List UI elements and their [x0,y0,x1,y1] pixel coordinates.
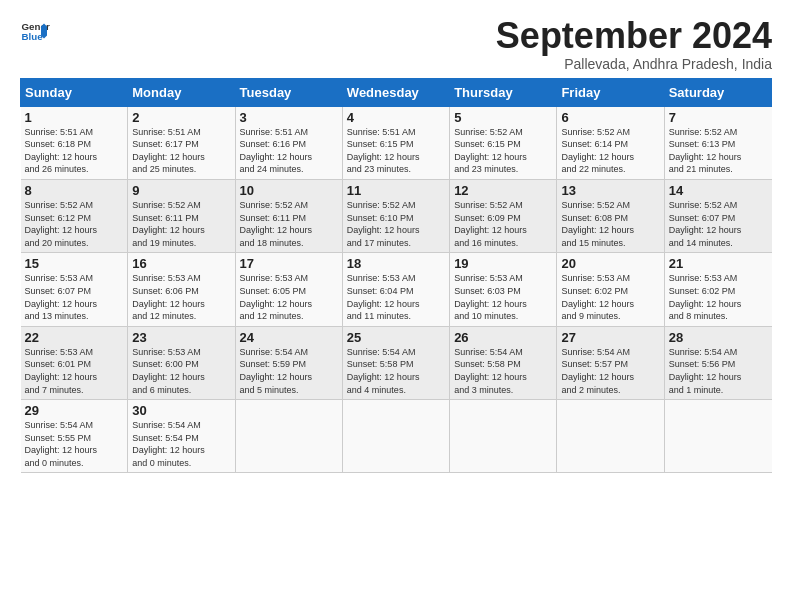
day-number: 29 [25,403,124,418]
day-number: 3 [240,110,338,125]
table-row: 29Sunrise: 5:54 AM Sunset: 5:55 PM Dayli… [21,400,772,473]
day-info: Sunrise: 5:52 AM Sunset: 6:14 PM Dayligh… [561,126,659,176]
day-number: 19 [454,256,552,271]
day-number: 18 [347,256,445,271]
col-saturday: Saturday [664,78,771,106]
day-info: Sunrise: 5:53 AM Sunset: 6:05 PM Dayligh… [240,272,338,322]
day-info: Sunrise: 5:51 AM Sunset: 6:15 PM Dayligh… [347,126,445,176]
table-cell: 27Sunrise: 5:54 AM Sunset: 5:57 PM Dayli… [557,326,664,399]
table-cell: 5Sunrise: 5:52 AM Sunset: 6:15 PM Daylig… [450,106,557,179]
logo-icon: General Blue [20,16,50,46]
table-cell: 29Sunrise: 5:54 AM Sunset: 5:55 PM Dayli… [21,400,128,473]
col-sunday: Sunday [21,78,128,106]
day-info: Sunrise: 5:54 AM Sunset: 5:57 PM Dayligh… [561,346,659,396]
table-cell: 1Sunrise: 5:51 AM Sunset: 6:18 PM Daylig… [21,106,128,179]
table-cell: 16Sunrise: 5:53 AM Sunset: 6:06 PM Dayli… [128,253,235,326]
day-number: 30 [132,403,230,418]
day-number: 12 [454,183,552,198]
day-number: 25 [347,330,445,345]
table-cell: 17Sunrise: 5:53 AM Sunset: 6:05 PM Dayli… [235,253,342,326]
table-cell: 14Sunrise: 5:52 AM Sunset: 6:07 PM Dayli… [664,179,771,252]
day-info: Sunrise: 5:54 AM Sunset: 5:58 PM Dayligh… [454,346,552,396]
day-number: 20 [561,256,659,271]
col-thursday: Thursday [450,78,557,106]
day-info: Sunrise: 5:52 AM Sunset: 6:13 PM Dayligh… [669,126,768,176]
day-info: Sunrise: 5:54 AM Sunset: 5:55 PM Dayligh… [25,419,124,469]
table-cell: 4Sunrise: 5:51 AM Sunset: 6:15 PM Daylig… [342,106,449,179]
table-cell [450,400,557,473]
table-cell [235,400,342,473]
day-info: Sunrise: 5:53 AM Sunset: 6:03 PM Dayligh… [454,272,552,322]
day-number: 5 [454,110,552,125]
page: General Blue September 2024 Pallevada, A… [0,0,792,483]
day-info: Sunrise: 5:53 AM Sunset: 6:04 PM Dayligh… [347,272,445,322]
table-row: 1Sunrise: 5:51 AM Sunset: 6:18 PM Daylig… [21,106,772,179]
table-cell: 7Sunrise: 5:52 AM Sunset: 6:13 PM Daylig… [664,106,771,179]
day-number: 4 [347,110,445,125]
table-cell [664,400,771,473]
day-number: 15 [25,256,124,271]
day-number: 17 [240,256,338,271]
day-info: Sunrise: 5:51 AM Sunset: 6:17 PM Dayligh… [132,126,230,176]
table-cell: 10Sunrise: 5:52 AM Sunset: 6:11 PM Dayli… [235,179,342,252]
day-info: Sunrise: 5:52 AM Sunset: 6:07 PM Dayligh… [669,199,768,249]
col-tuesday: Tuesday [235,78,342,106]
day-info: Sunrise: 5:54 AM Sunset: 5:58 PM Dayligh… [347,346,445,396]
day-number: 14 [669,183,768,198]
table-cell: 11Sunrise: 5:52 AM Sunset: 6:10 PM Dayli… [342,179,449,252]
day-number: 28 [669,330,768,345]
day-info: Sunrise: 5:53 AM Sunset: 6:02 PM Dayligh… [669,272,768,322]
col-monday: Monday [128,78,235,106]
day-number: 11 [347,183,445,198]
logo: General Blue [20,16,50,46]
day-info: Sunrise: 5:51 AM Sunset: 6:18 PM Dayligh… [25,126,124,176]
day-info: Sunrise: 5:52 AM Sunset: 6:12 PM Dayligh… [25,199,124,249]
day-number: 24 [240,330,338,345]
day-number: 2 [132,110,230,125]
day-info: Sunrise: 5:52 AM Sunset: 6:11 PM Dayligh… [240,199,338,249]
table-cell: 23Sunrise: 5:53 AM Sunset: 6:00 PM Dayli… [128,326,235,399]
table-row: 8Sunrise: 5:52 AM Sunset: 6:12 PM Daylig… [21,179,772,252]
table-row: 22Sunrise: 5:53 AM Sunset: 6:01 PM Dayli… [21,326,772,399]
day-info: Sunrise: 5:53 AM Sunset: 6:02 PM Dayligh… [561,272,659,322]
header: General Blue September 2024 Pallevada, A… [20,16,772,72]
table-cell: 22Sunrise: 5:53 AM Sunset: 6:01 PM Dayli… [21,326,128,399]
day-info: Sunrise: 5:52 AM Sunset: 6:11 PM Dayligh… [132,199,230,249]
subtitle: Pallevada, Andhra Pradesh, India [496,56,772,72]
col-wednesday: Wednesday [342,78,449,106]
table-cell: 24Sunrise: 5:54 AM Sunset: 5:59 PM Dayli… [235,326,342,399]
day-info: Sunrise: 5:54 AM Sunset: 5:59 PM Dayligh… [240,346,338,396]
day-info: Sunrise: 5:52 AM Sunset: 6:10 PM Dayligh… [347,199,445,249]
day-number: 8 [25,183,124,198]
table-row: 15Sunrise: 5:53 AM Sunset: 6:07 PM Dayli… [21,253,772,326]
day-number: 21 [669,256,768,271]
table-cell: 3Sunrise: 5:51 AM Sunset: 6:16 PM Daylig… [235,106,342,179]
table-cell: 21Sunrise: 5:53 AM Sunset: 6:02 PM Dayli… [664,253,771,326]
day-number: 26 [454,330,552,345]
day-number: 23 [132,330,230,345]
table-cell: 9Sunrise: 5:52 AM Sunset: 6:11 PM Daylig… [128,179,235,252]
table-cell: 30Sunrise: 5:54 AM Sunset: 5:54 PM Dayli… [128,400,235,473]
table-cell: 15Sunrise: 5:53 AM Sunset: 6:07 PM Dayli… [21,253,128,326]
table-cell: 2Sunrise: 5:51 AM Sunset: 6:17 PM Daylig… [128,106,235,179]
table-cell: 8Sunrise: 5:52 AM Sunset: 6:12 PM Daylig… [21,179,128,252]
table-cell: 28Sunrise: 5:54 AM Sunset: 5:56 PM Dayli… [664,326,771,399]
svg-text:Blue: Blue [22,31,44,42]
day-info: Sunrise: 5:53 AM Sunset: 6:07 PM Dayligh… [25,272,124,322]
table-cell [342,400,449,473]
day-number: 27 [561,330,659,345]
table-cell: 13Sunrise: 5:52 AM Sunset: 6:08 PM Dayli… [557,179,664,252]
day-number: 1 [25,110,124,125]
day-info: Sunrise: 5:52 AM Sunset: 6:15 PM Dayligh… [454,126,552,176]
day-info: Sunrise: 5:51 AM Sunset: 6:16 PM Dayligh… [240,126,338,176]
day-number: 16 [132,256,230,271]
day-info: Sunrise: 5:53 AM Sunset: 6:01 PM Dayligh… [25,346,124,396]
table-cell: 12Sunrise: 5:52 AM Sunset: 6:09 PM Dayli… [450,179,557,252]
table-cell: 25Sunrise: 5:54 AM Sunset: 5:58 PM Dayli… [342,326,449,399]
table-cell: 26Sunrise: 5:54 AM Sunset: 5:58 PM Dayli… [450,326,557,399]
day-number: 10 [240,183,338,198]
col-friday: Friday [557,78,664,106]
month-title: September 2024 [496,16,772,56]
day-info: Sunrise: 5:54 AM Sunset: 5:54 PM Dayligh… [132,419,230,469]
calendar-table: Sunday Monday Tuesday Wednesday Thursday… [20,78,772,474]
